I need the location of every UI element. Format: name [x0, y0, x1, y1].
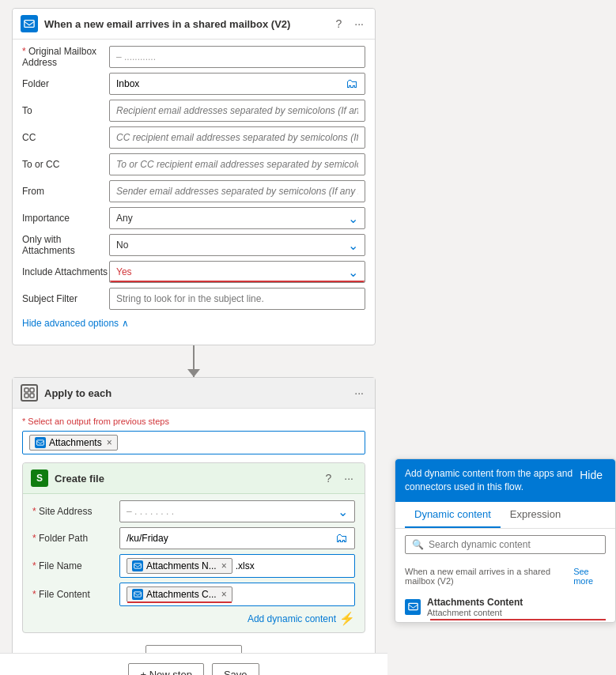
file-name-tag: Attachments N... × [127, 558, 232, 574]
create-file-icon: S [31, 469, 48, 487]
file-content-row: File Content Attachments C... × [32, 583, 355, 606]
file-name-tag-label: Attachments N... [146, 560, 217, 571]
only-attach-select[interactable]: No ⌄ [109, 234, 365, 256]
folder-label: Folder [22, 78, 109, 89]
folder-icon: 🗂 [346, 77, 358, 91]
subject-filter-row: Subject Filter [22, 288, 365, 310]
dynamic-item-attachments-content[interactable]: Attachments Content Attachment content [395, 592, 615, 622]
original-mailbox-input[interactable] [109, 46, 365, 68]
include-attach-chevron-icon: ⌄ [348, 265, 358, 280]
to-or-cc-input[interactable] [109, 153, 365, 175]
subject-filter-input[interactable] [109, 288, 365, 310]
search-icon: 🔍 [412, 539, 424, 550]
to-label: To [22, 105, 109, 116]
hide-advanced-btn[interactable]: Hide advanced options ∧ [22, 315, 129, 332]
svg-rect-0 [25, 21, 34, 28]
create-file-body: Site Address – . . . . . . . . ⌄ Folder … [23, 494, 365, 632]
see-more-btn[interactable]: See more [573, 567, 606, 586]
new-step-btn[interactable]: + New step [128, 663, 203, 675]
file-name-field: Attachments N... × .xlsx [119, 554, 355, 578]
site-address-row: Site Address – . . . . . . . . ⌄ [32, 500, 355, 522]
add-dynamic-icon: ⚡ [339, 611, 355, 626]
trigger-card: When a new email arrives in a shared mai… [12, 8, 376, 345]
folder-row: Folder Inbox 🗂 [22, 73, 365, 95]
trigger-help-btn[interactable]: ? [333, 16, 346, 32]
importance-row: Importance Any ⌄ [22, 207, 365, 229]
site-address-label: Site Address [32, 506, 119, 517]
search-input[interactable] [429, 539, 599, 550]
select-output-label: Select an output from previous steps [22, 417, 365, 426]
save-btn[interactable]: Save [212, 663, 259, 675]
folder-select[interactable]: Inbox 🗂 [109, 73, 365, 95]
apply-each-header: Apply to each ··· [13, 378, 375, 409]
file-content-tag-icon [132, 589, 143, 600]
svg-rect-1 [25, 388, 28, 392]
dynamic-panel-header: Add dynamic content from the apps and co… [395, 459, 615, 502]
attachments-tag-close-btn[interactable]: × [107, 437, 112, 448]
cc-input[interactable] [109, 126, 365, 149]
trigger-more-btn[interactable]: ··· [351, 16, 367, 32]
site-address-chevron-icon: ⌄ [338, 504, 348, 519]
dynamic-panel-info: When a new email arrives in a shared mai… [395, 560, 615, 592]
apply-each-actions: ··· [351, 385, 367, 401]
importance-select[interactable]: Any ⌄ [109, 207, 365, 229]
trigger-actions: ? ··· [333, 16, 367, 32]
file-name-tag-close-btn[interactable]: × [221, 560, 227, 571]
svg-rect-7 [134, 592, 142, 597]
only-attach-value: No [116, 239, 348, 251]
create-file-more-btn[interactable]: ··· [341, 470, 357, 486]
dynamic-content-panel: Add dynamic content from the apps and co… [395, 458, 616, 623]
only-attach-label: Only with Attachments [22, 234, 109, 256]
dynamic-item-icon [405, 599, 421, 615]
file-name-suffix: .xlsx [236, 560, 255, 571]
add-dynamic-btn[interactable]: Add dynamic content ⚡ [32, 611, 355, 626]
from-input[interactable] [109, 180, 365, 202]
site-address-value: – . . . . . . . . [127, 506, 338, 517]
attachments-tag-icon [35, 437, 46, 448]
svg-rect-2 [30, 388, 34, 392]
cc-label: CC [22, 132, 109, 143]
add-dynamic-label: Add dynamic content [248, 613, 336, 624]
apply-each-more-btn[interactable]: ··· [351, 385, 367, 401]
folder-path-field[interactable]: /ku/Friday 🗂 [119, 527, 355, 549]
include-attach-select[interactable]: Yes ⌄ [109, 261, 365, 283]
svg-rect-6 [134, 564, 142, 568]
from-row: From [22, 180, 365, 202]
dynamic-panel-header-text: Add dynamic content from the apps and co… [405, 467, 576, 494]
include-attach-value: Yes [116, 266, 348, 277]
to-or-cc-label: To or CC [22, 159, 109, 170]
dynamic-content-tab[interactable]: Dynamic content [405, 502, 501, 528]
to-input[interactable] [109, 100, 365, 122]
trigger-icon [21, 15, 38, 32]
arrow-down-icon [187, 369, 200, 377]
search-wrap: 🔍 [405, 535, 606, 554]
site-address-select[interactable]: – . . . . . . . . ⌄ [119, 500, 355, 522]
create-file-card: S Create file ? ··· Site Address – . . .… [22, 462, 365, 633]
folder-path-value: /ku/Friday [127, 533, 168, 544]
create-file-actions: ? ··· [323, 470, 357, 486]
trigger-title: When a new email arrives in a shared mai… [44, 18, 333, 30]
apply-each-body: Select an output from previous steps Att… [13, 409, 375, 675]
attachments-field: Attachments × [22, 431, 365, 454]
to-row: To [22, 100, 365, 122]
importance-value: Any [116, 213, 348, 224]
trigger-body: Original MailboxAddress Folder Inbox 🗂 T… [13, 40, 375, 345]
expression-tab[interactable]: Expression [501, 502, 570, 528]
file-content-tag: Attachments C... × [127, 586, 232, 602]
dynamic-panel-hide-btn[interactable]: Hide [576, 467, 606, 483]
create-file-help-btn[interactable]: ? [323, 470, 335, 486]
file-content-tag-close-btn[interactable]: × [221, 589, 227, 600]
connector-arrow [12, 345, 376, 377]
dynamic-item-name: Attachments Content [427, 597, 523, 608]
dynamic-panel-tabs: Dynamic content Expression [395, 502, 615, 529]
folder-path-label: Folder Path [32, 533, 119, 544]
folder-path-row: Folder Path /ku/Friday 🗂 [32, 527, 355, 549]
bottom-bar: + New step Save [0, 653, 387, 675]
chevron-up-icon: ∧ [122, 318, 129, 329]
file-content-tag-label: Attachments C... [146, 589, 217, 600]
cc-row: CC [22, 126, 365, 149]
subject-filter-label: Subject Filter [22, 293, 109, 304]
svg-rect-8 [408, 604, 417, 610]
file-content-field: Attachments C... × [119, 583, 355, 606]
apply-each-icon [21, 384, 38, 402]
